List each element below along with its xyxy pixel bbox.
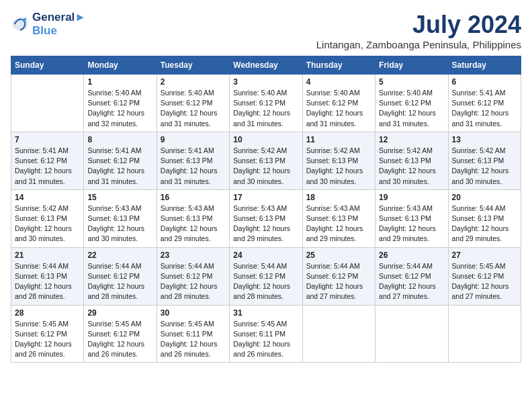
day-info: Sunrise: 5:45 AMSunset: 6:12 PMDaylight:…: [15, 319, 80, 360]
day-info: Sunrise: 5:43 AMSunset: 6:13 PMDaylight:…: [379, 203, 444, 244]
day-number: 6: [452, 77, 517, 87]
calendar-cell: 15Sunrise: 5:43 AMSunset: 6:13 PMDayligh…: [84, 189, 157, 247]
calendar-cell: 8Sunrise: 5:41 AMSunset: 6:12 PMDaylight…: [84, 132, 157, 189]
day-number: 25: [306, 250, 371, 260]
week-row-3: 14Sunrise: 5:42 AMSunset: 6:13 PMDayligh…: [11, 189, 521, 247]
day-number: 15: [87, 193, 152, 202]
week-row-5: 28Sunrise: 5:45 AMSunset: 6:12 PMDayligh…: [11, 305, 521, 363]
day-info: Sunrise: 5:44 AMSunset: 6:13 PMDaylight:…: [15, 261, 80, 302]
title-area: July 2024 Lintangan, Zamboanga Peninsula…: [316, 11, 521, 50]
day-info: Sunrise: 5:44 AMSunset: 6:12 PMDaylight:…: [306, 261, 371, 302]
day-number: 13: [452, 135, 517, 144]
day-info: Sunrise: 5:42 AMSunset: 6:13 PMDaylight:…: [452, 146, 517, 187]
calendar-cell: 4Sunrise: 5:40 AMSunset: 6:12 PMDaylight…: [302, 75, 375, 132]
day-number: 30: [161, 308, 226, 318]
day-info: Sunrise: 5:43 AMSunset: 6:13 PMDaylight:…: [87, 203, 152, 244]
day-info: Sunrise: 5:40 AMSunset: 6:12 PMDaylight:…: [379, 88, 444, 129]
day-info: Sunrise: 5:43 AMSunset: 6:13 PMDaylight:…: [233, 203, 298, 244]
day-number: 22: [87, 250, 152, 260]
week-row-2: 7Sunrise: 5:41 AMSunset: 6:12 PMDaylight…: [11, 132, 521, 189]
calendar-cell: 31Sunrise: 5:45 AMSunset: 6:11 PMDayligh…: [230, 305, 302, 363]
day-number: 9: [161, 135, 226, 144]
calendar-table: SundayMondayTuesdayWednesdayThursdayFrid…: [11, 56, 521, 363]
calendar-cell: [448, 305, 521, 363]
day-info: Sunrise: 5:44 AMSunset: 6:12 PMDaylight:…: [379, 261, 444, 302]
col-header-sunday: Sunday: [11, 56, 84, 75]
day-info: Sunrise: 5:44 AMSunset: 6:13 PMDaylight:…: [452, 203, 517, 244]
calendar-cell: 3Sunrise: 5:40 AMSunset: 6:12 PMDaylight…: [230, 75, 302, 132]
col-header-wednesday: Wednesday: [230, 56, 302, 75]
calendar-cell: 7Sunrise: 5:41 AMSunset: 6:12 PMDaylight…: [11, 132, 84, 189]
day-info: Sunrise: 5:42 AMSunset: 6:13 PMDaylight:…: [15, 203, 80, 244]
col-header-monday: Monday: [84, 56, 157, 75]
day-number: 19: [379, 193, 444, 202]
day-info: Sunrise: 5:42 AMSunset: 6:13 PMDaylight:…: [233, 146, 298, 187]
day-info: Sunrise: 5:40 AMSunset: 6:12 PMDaylight:…: [161, 88, 226, 129]
day-info: Sunrise: 5:41 AMSunset: 6:13 PMDaylight:…: [161, 146, 226, 187]
day-info: Sunrise: 5:43 AMSunset: 6:13 PMDaylight:…: [161, 203, 226, 244]
calendar-cell: 28Sunrise: 5:45 AMSunset: 6:12 PMDayligh…: [11, 305, 84, 363]
day-info: Sunrise: 5:42 AMSunset: 6:13 PMDaylight:…: [306, 146, 371, 187]
calendar-cell: 20Sunrise: 5:44 AMSunset: 6:13 PMDayligh…: [448, 189, 521, 247]
day-number: 31: [233, 308, 298, 318]
day-number: 21: [15, 250, 80, 260]
calendar-cell: 17Sunrise: 5:43 AMSunset: 6:13 PMDayligh…: [230, 189, 302, 247]
day-number: 11: [306, 135, 371, 144]
col-header-saturday: Saturday: [448, 56, 521, 75]
calendar-cell: 21Sunrise: 5:44 AMSunset: 6:13 PMDayligh…: [11, 247, 84, 305]
day-number: 1: [87, 77, 152, 87]
day-info: Sunrise: 5:40 AMSunset: 6:12 PMDaylight:…: [233, 88, 298, 129]
week-row-4: 21Sunrise: 5:44 AMSunset: 6:13 PMDayligh…: [11, 247, 521, 305]
day-number: 23: [161, 250, 226, 260]
calendar-cell: 5Sunrise: 5:40 AMSunset: 6:12 PMDaylight…: [375, 75, 448, 132]
col-header-thursday: Thursday: [302, 56, 375, 75]
calendar-cell: 23Sunrise: 5:44 AMSunset: 6:12 PMDayligh…: [157, 247, 229, 305]
day-number: 7: [15, 135, 80, 144]
day-info: Sunrise: 5:45 AMSunset: 6:12 PMDaylight:…: [87, 319, 152, 360]
day-info: Sunrise: 5:41 AMSunset: 6:12 PMDaylight:…: [452, 88, 517, 129]
day-number: 4: [306, 77, 371, 87]
calendar-cell: 18Sunrise: 5:43 AMSunset: 6:13 PMDayligh…: [302, 189, 375, 247]
day-number: 10: [233, 135, 298, 144]
calendar-cell: 30Sunrise: 5:45 AMSunset: 6:11 PMDayligh…: [157, 305, 229, 363]
day-number: 18: [306, 193, 371, 202]
calendar-cell: 29Sunrise: 5:45 AMSunset: 6:12 PMDayligh…: [84, 305, 157, 363]
calendar-cell: 19Sunrise: 5:43 AMSunset: 6:13 PMDayligh…: [375, 189, 448, 247]
calendar-cell: [375, 305, 448, 363]
calendar-cell: [11, 75, 84, 132]
day-info: Sunrise: 5:41 AMSunset: 6:12 PMDaylight:…: [15, 146, 80, 187]
calendar-cell: 24Sunrise: 5:44 AMSunset: 6:12 PMDayligh…: [230, 247, 302, 305]
calendar-cell: 2Sunrise: 5:40 AMSunset: 6:12 PMDaylight…: [157, 75, 229, 132]
calendar-cell: 9Sunrise: 5:41 AMSunset: 6:13 PMDaylight…: [157, 132, 229, 189]
calendar-cell: 12Sunrise: 5:42 AMSunset: 6:13 PMDayligh…: [375, 132, 448, 189]
day-info: Sunrise: 5:40 AMSunset: 6:12 PMDaylight:…: [87, 88, 152, 129]
day-number: 26: [379, 250, 444, 260]
day-number: 28: [15, 308, 80, 318]
calendar-cell: 25Sunrise: 5:44 AMSunset: 6:12 PMDayligh…: [302, 247, 375, 305]
subtitle: Lintangan, Zamboanga Peninsula, Philippi…: [316, 39, 521, 50]
calendar-cell: 1Sunrise: 5:40 AMSunset: 6:12 PMDaylight…: [84, 75, 157, 132]
day-info: Sunrise: 5:44 AMSunset: 6:12 PMDaylight:…: [233, 261, 298, 302]
calendar-cell: 27Sunrise: 5:45 AMSunset: 6:12 PMDayligh…: [448, 247, 521, 305]
calendar-cell: [302, 305, 375, 363]
day-info: Sunrise: 5:45 AMSunset: 6:11 PMDaylight:…: [233, 319, 298, 360]
day-info: Sunrise: 5:44 AMSunset: 6:12 PMDaylight:…: [87, 261, 152, 302]
day-info: Sunrise: 5:41 AMSunset: 6:12 PMDaylight:…: [87, 146, 152, 187]
header: General► Blue July 2024 Lintangan, Zambo…: [11, 11, 521, 50]
day-number: 27: [452, 250, 517, 260]
day-number: 20: [452, 193, 517, 202]
day-number: 5: [379, 77, 444, 87]
day-info: Sunrise: 5:45 AMSunset: 6:11 PMDaylight:…: [161, 319, 226, 360]
day-number: 2: [161, 77, 226, 87]
day-number: 17: [233, 193, 298, 202]
calendar-cell: 16Sunrise: 5:43 AMSunset: 6:13 PMDayligh…: [157, 189, 229, 247]
day-info: Sunrise: 5:45 AMSunset: 6:12 PMDaylight:…: [452, 261, 517, 302]
calendar-cell: 11Sunrise: 5:42 AMSunset: 6:13 PMDayligh…: [302, 132, 375, 189]
day-number: 14: [15, 193, 80, 202]
calendar-cell: 26Sunrise: 5:44 AMSunset: 6:12 PMDayligh…: [375, 247, 448, 305]
calendar-cell: 6Sunrise: 5:41 AMSunset: 6:12 PMDaylight…: [448, 75, 521, 132]
day-number: 3: [233, 77, 298, 87]
logo-icon: [11, 15, 30, 34]
col-header-tuesday: Tuesday: [157, 56, 229, 75]
week-row-1: 1Sunrise: 5:40 AMSunset: 6:12 PMDaylight…: [11, 75, 521, 132]
